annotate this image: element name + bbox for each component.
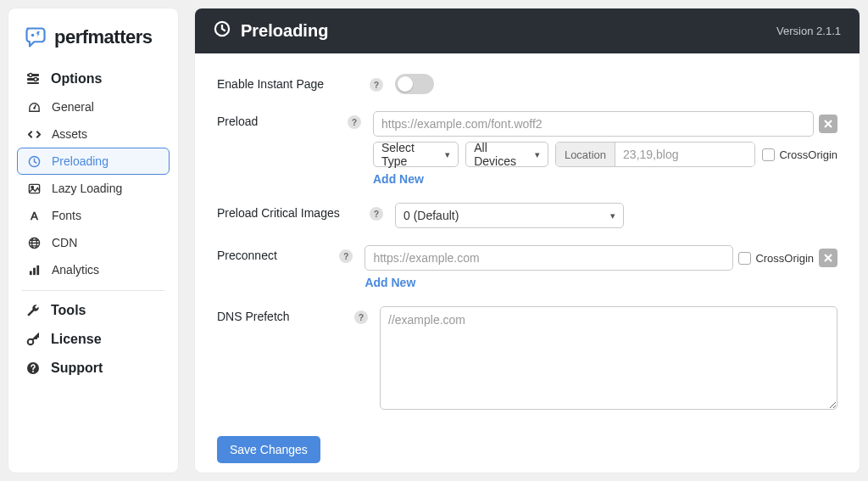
nav-section-options[interactable]: Options	[17, 64, 170, 93]
svg-point-17	[32, 371, 34, 372]
chart-icon	[26, 264, 42, 277]
sidebar-item-label: General	[52, 100, 94, 114]
clock-icon	[26, 155, 42, 168]
svg-point-4	[29, 74, 32, 77]
help-icon[interactable]: ?	[354, 310, 368, 324]
dns-prefetch-label: DNS Prefetch	[217, 306, 354, 323]
preload-devices-select[interactable]: All Devices ▾	[465, 142, 548, 167]
nav-section-label: Tools	[51, 303, 86, 318]
svg-point-5	[34, 78, 37, 81]
code-icon	[26, 128, 42, 141]
version-label: Version 2.1.1	[776, 25, 841, 37]
critical-images-select[interactable]: 0 (Default) ▾	[395, 203, 624, 228]
sidebar-item-preloading[interactable]: Preloading	[17, 148, 170, 175]
select-value: 0 (Default)	[403, 209, 459, 222]
dns-prefetch-textarea[interactable]	[380, 306, 837, 410]
clock-icon	[214, 20, 231, 42]
font-icon	[26, 210, 42, 222]
enable-instant-page-label: Enable Instant Page	[217, 74, 370, 91]
remove-button[interactable]	[819, 249, 837, 267]
dashboard-icon	[26, 101, 42, 114]
sliders-icon	[25, 72, 41, 86]
location-label: Location	[556, 143, 615, 166]
sidebar-item-label: Analytics	[52, 263, 99, 277]
crossorigin-checkbox[interactable]	[738, 252, 751, 265]
image-icon	[26, 182, 42, 195]
sidebar-item-label: Fonts	[52, 209, 81, 222]
preload-url-input[interactable]	[373, 111, 814, 137]
help-icon[interactable]: ?	[339, 249, 353, 263]
preconnect-crossorigin-group[interactable]: CrossOrigin	[738, 252, 814, 265]
sidebar-item-lazy-loading[interactable]: Lazy Loading	[17, 175, 170, 202]
crossorigin-label: CrossOrigin	[779, 148, 837, 161]
svg-point-6	[33, 107, 35, 109]
sidebar-item-cdn[interactable]: CDN	[17, 229, 170, 256]
preload-location-input[interactable]	[615, 143, 755, 166]
wrench-icon	[25, 304, 41, 317]
preconnect-label: Preconnect	[217, 245, 339, 262]
sidebar: perfmatters Options General Assets Prelo…	[8, 8, 178, 473]
nav-section-label: License	[51, 332, 102, 347]
page-title: Preloading	[241, 21, 328, 41]
preload-type-select[interactable]: Select Type ▾	[373, 142, 459, 167]
sidebar-item-assets[interactable]: Assets	[17, 120, 170, 148]
svg-rect-12	[29, 271, 31, 275]
svg-point-0	[31, 34, 35, 37]
remove-button[interactable]	[819, 115, 837, 133]
sidebar-item-general[interactable]: General	[17, 93, 170, 120]
settings-form: Enable Instant Page ? Preload ?	[195, 53, 860, 473]
help-icon[interactable]: ?	[370, 207, 383, 221]
preload-label: Preload	[217, 111, 348, 128]
nav-section-support[interactable]: Support	[17, 354, 170, 383]
preconnect-url-input[interactable]	[364, 245, 733, 271]
select-value: Select Type	[381, 141, 440, 168]
globe-icon	[26, 237, 42, 249]
key-icon	[25, 333, 41, 346]
sidebar-item-analytics[interactable]: Analytics	[17, 256, 170, 283]
logo-icon	[24, 25, 47, 49]
sidebar-item-label: Assets	[52, 127, 87, 141]
critical-images-label: Preload Critical Images	[217, 203, 370, 220]
chevron-down-icon: ▾	[610, 210, 615, 221]
sidebar-item-label: CDN	[52, 236, 77, 249]
preload-crossorigin-group[interactable]: CrossOrigin	[762, 148, 837, 161]
chevron-down-icon: ▾	[535, 149, 540, 160]
svg-rect-14	[36, 265, 39, 274]
preconnect-add-new-link[interactable]: Add New	[364, 276, 415, 289]
question-circle-icon	[25, 361, 41, 375]
enable-instant-page-toggle[interactable]	[395, 74, 434, 94]
nav-section-license[interactable]: License	[17, 325, 170, 354]
main-panel: Preloading Version 2.1.1 Enable Instant …	[195, 8, 860, 473]
save-changes-button[interactable]: Save Changes	[217, 436, 320, 463]
nav-section-tools[interactable]: Tools	[17, 296, 170, 325]
nav-section-label: Options	[51, 71, 102, 87]
svg-rect-13	[33, 267, 36, 274]
divider	[22, 290, 164, 291]
chevron-down-icon: ▾	[445, 149, 450, 160]
logo: perfmatters	[17, 20, 170, 64]
help-icon[interactable]: ?	[370, 78, 383, 92]
crossorigin-checkbox[interactable]	[762, 148, 775, 161]
svg-rect-3	[27, 82, 39, 84]
logo-text: perfmatters	[54, 26, 153, 48]
crossorigin-label: CrossOrigin	[755, 252, 814, 265]
help-icon[interactable]: ?	[348, 115, 361, 129]
panel-header: Preloading Version 2.1.1	[195, 8, 860, 53]
svg-point-9	[31, 186, 32, 187]
sidebar-item-fonts[interactable]: Fonts	[17, 202, 170, 229]
sidebar-item-label: Lazy Loading	[52, 182, 122, 195]
select-value: All Devices	[474, 141, 530, 168]
sidebar-item-label: Preloading	[52, 154, 108, 168]
nav-section-label: Support	[51, 361, 103, 376]
preload-add-new-link[interactable]: Add New	[373, 172, 424, 186]
preload-location-group: Location	[555, 142, 755, 167]
